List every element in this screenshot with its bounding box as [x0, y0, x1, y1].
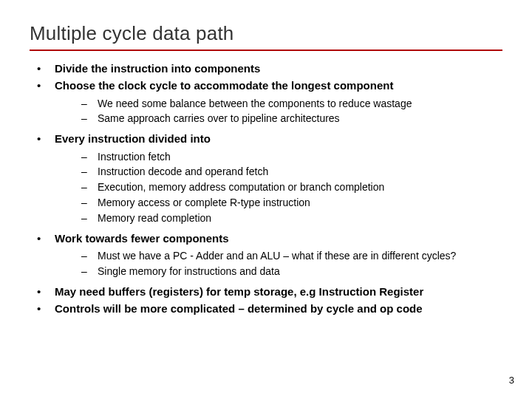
sub-text: Execution, memory address computation or… [98, 181, 384, 193]
sub-list: Instruction fetch Instruction decode and… [55, 150, 502, 225]
bullet-text: Every instruction divided into [55, 132, 211, 145]
title-underline [30, 50, 502, 51]
sub-item: Memory read completion [80, 211, 502, 225]
sub-list: We need some balance between the compone… [55, 97, 502, 126]
sub-item: Must we have a PC - Adder and an ALU – w… [80, 249, 502, 263]
bullet-item: Choose the clock cycle to accommodate th… [34, 78, 502, 126]
sub-text: Single memory for instructions and data [98, 265, 280, 277]
sub-text: Must we have a PC - Adder and an ALU – w… [98, 250, 456, 262]
sub-list: Must we have a PC - Adder and an ALU – w… [55, 249, 502, 279]
bullet-item: Every instruction divided into Instructi… [34, 132, 502, 225]
sub-item: Single memory for instructions and data [80, 265, 502, 279]
bullet-item: May need buffers (registers) for temp st… [34, 284, 502, 299]
slide-title: Multiple cycle data path [30, 22, 502, 45]
bullet-list: Divide the instruction into components C… [30, 61, 502, 317]
sub-text: We need some balance between the compone… [98, 98, 412, 109]
slide: Multiple cycle data path Divide the inst… [0, 0, 532, 399]
bullet-text: Divide the instruction into components [55, 62, 260, 75]
sub-text: Instruction fetch [98, 151, 171, 163]
bullet-text: May need buffers (registers) for temp st… [55, 285, 423, 298]
sub-item: Memory access or complete R-type instruc… [80, 196, 502, 210]
bullet-text: Controls will be more complicated – dete… [55, 302, 423, 315]
sub-item: Instruction fetch [80, 150, 502, 164]
sub-item: Execution, memory address computation or… [80, 180, 502, 194]
sub-item: Same approach carries over to pipeline a… [80, 112, 502, 126]
sub-text: Memory read completion [98, 212, 211, 224]
sub-text: Memory access or complete R-type instruc… [98, 197, 310, 208]
sub-text: Same approach carries over to pipeline a… [98, 112, 340, 124]
bullet-item: Work towards fewer components Must we ha… [34, 231, 502, 279]
bullet-item: Controls will be more complicated – dete… [34, 301, 502, 316]
sub-item: We need some balance between the compone… [80, 97, 502, 111]
bullet-text: Choose the clock cycle to accommodate th… [55, 79, 393, 92]
sub-item: Instruction decode and operand fetch [80, 165, 502, 179]
bullet-text: Work towards fewer components [55, 232, 229, 245]
bullet-item: Divide the instruction into components [34, 61, 502, 76]
sub-text: Instruction decode and operand fetch [98, 166, 268, 177]
page-number: 3 [509, 375, 514, 386]
